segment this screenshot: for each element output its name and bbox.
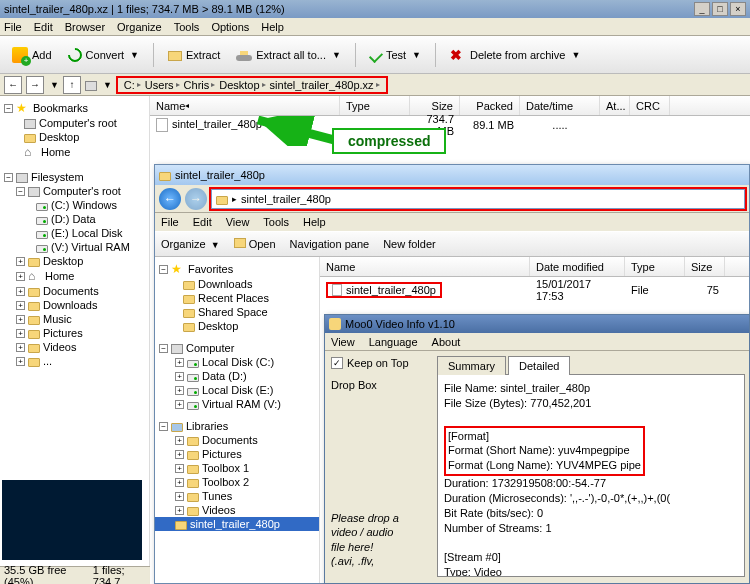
status-files: 1 files; 734.7 <box>93 564 146 585</box>
delete-button[interactable]: ✖Delete from archive▼ <box>444 43 586 67</box>
organize-button[interactable]: Organize ▼ <box>161 238 220 250</box>
menu-tools[interactable]: Tools <box>174 21 200 33</box>
crumb-users[interactable]: Users▸ <box>145 79 180 91</box>
exp-menu-edit[interactable]: Edit <box>193 216 212 228</box>
open-button[interactable]: Open <box>234 238 276 250</box>
exp-menu-view[interactable]: View <box>226 216 250 228</box>
forward-button[interactable]: → <box>185 188 207 210</box>
col-name[interactable]: Name <box>320 257 530 276</box>
test-button[interactable]: Test▼ <box>364 45 427 65</box>
file-row[interactable]: sintel_trailer_480p 734.7 MB 89.1 MB ...… <box>150 116 750 134</box>
back-button[interactable]: ← <box>159 188 181 210</box>
extract-button[interactable]: Extract <box>162 44 226 65</box>
moo-menu-about[interactable]: About <box>432 336 461 348</box>
tree-ltunes[interactable]: +Tunes <box>155 489 319 503</box>
menu-options[interactable]: Options <box>211 21 249 33</box>
tab-detailed[interactable]: Detailed <box>508 356 570 375</box>
tree-ddata[interactable]: (D:) Data <box>0 212 149 226</box>
tree-cwin[interactable]: (C:) Windows <box>0 198 149 212</box>
col-size[interactable]: Size <box>685 257 725 276</box>
computer-icon[interactable] <box>85 81 97 91</box>
tree-recent[interactable]: Recent Places <box>155 291 319 305</box>
tree-libraries[interactable]: −Libraries <box>155 419 319 433</box>
tree-tdesktop[interactable]: Desktop <box>155 319 319 333</box>
menu-organize[interactable]: Organize <box>117 21 162 33</box>
tree-documents[interactable]: +Documents <box>0 284 149 298</box>
tree-tb1[interactable]: +Toolbox 1 <box>155 461 319 475</box>
menu-file[interactable]: File <box>4 21 22 33</box>
menu-browser[interactable]: Browser <box>65 21 105 33</box>
tree-tb2[interactable]: +Toolbox 2 <box>155 475 319 489</box>
chevron-down-icon[interactable]: ▼ <box>103 80 112 90</box>
tree-comproot2[interactable]: −Computer's root <box>0 184 149 198</box>
moo-info-text[interactable]: File Name: sintel_trailer_480p File Size… <box>437 375 745 577</box>
extract-all-button[interactable]: Extract all to...▼ <box>230 45 347 65</box>
tree-ldocs[interactable]: +Documents <box>155 433 319 447</box>
col-type[interactable]: Type <box>340 96 410 115</box>
crumb-c[interactable]: C:▸ <box>124 79 141 91</box>
tree-favorites[interactable]: −★Favorites <box>155 261 319 277</box>
col-name[interactable]: Name ◂ <box>150 96 340 115</box>
tree-videos[interactable]: +Videos <box>0 340 149 354</box>
tree-computer[interactable]: −Computer <box>155 341 319 355</box>
col-date[interactable]: Date modified <box>530 257 625 276</box>
tab-summary[interactable]: Summary <box>437 356 506 375</box>
forward-button[interactable]: → <box>26 76 44 94</box>
navpane-button[interactable]: Navigation pane <box>290 238 370 250</box>
explorer-path[interactable]: ▸ sintel_trailer_480p <box>211 189 745 209</box>
tree-ldc[interactable]: +Local Disk (C:) <box>155 355 319 369</box>
drop-box[interactable] <box>331 401 427 501</box>
maximize-button[interactable]: □ <box>712 2 728 16</box>
add-icon <box>12 47 28 63</box>
explorer-file-size: 75 <box>685 284 725 296</box>
tree-music[interactable]: +Music <box>0 312 149 326</box>
tree-desktop2[interactable]: +Desktop <box>0 254 149 268</box>
explorer-file-row[interactable]: sintel_trailer_480p 15/01/2017 17:53 Fil… <box>320 281 749 299</box>
chevron-down-icon[interactable]: ▼ <box>50 80 59 90</box>
exp-menu-help[interactable]: Help <box>303 216 326 228</box>
crumb-desktop[interactable]: Desktop▸ <box>219 79 265 91</box>
tree-comproot[interactable]: Computer's root <box>0 116 149 130</box>
tree-pictures[interactable]: +Pictures <box>0 326 149 340</box>
tree-selected[interactable]: sintel_trailer_480p <box>155 517 319 531</box>
col-at[interactable]: At... <box>600 96 630 115</box>
add-button[interactable]: Add <box>6 43 58 67</box>
crumb-chris[interactable]: Chris▸ <box>184 79 216 91</box>
up-button[interactable]: ↑ <box>63 76 81 94</box>
tree-dd[interactable]: +Data (D:) <box>155 369 319 383</box>
tree-downloads[interactable]: Downloads <box>155 277 319 291</box>
moo-menu-view[interactable]: View <box>331 336 355 348</box>
tree-home2[interactable]: +⌂Home <box>0 268 149 284</box>
exp-menu-file[interactable]: File <box>161 216 179 228</box>
exp-menu-tools[interactable]: Tools <box>263 216 289 228</box>
col-crc[interactable]: CRC <box>630 96 670 115</box>
tree-bookmarks[interactable]: −★Bookmarks <box>0 100 149 116</box>
tree-lpics[interactable]: +Pictures <box>155 447 319 461</box>
moo-titlebar[interactable]: Moo0 Video Info v1.10 <box>325 315 749 333</box>
col-type[interactable]: Type <box>625 257 685 276</box>
moo-menu-language[interactable]: Language <box>369 336 418 348</box>
close-button[interactable]: × <box>730 2 746 16</box>
convert-button[interactable]: Convert▼ <box>62 44 145 66</box>
col-packed[interactable]: Packed <box>460 96 520 115</box>
tree-home[interactable]: ⌂Home <box>0 144 149 160</box>
tree-filesystem[interactable]: −Filesystem <box>0 170 149 184</box>
back-button[interactable]: ← <box>4 76 22 94</box>
tree-shared[interactable]: Shared Space <box>155 305 319 319</box>
newfolder-button[interactable]: New folder <box>383 238 436 250</box>
crumb-file[interactable]: sintel_trailer_480p.xz▸ <box>270 79 380 91</box>
tree-vrv[interactable]: +Virtual RAM (V:) <box>155 397 319 411</box>
tree-desktop[interactable]: Desktop <box>0 130 149 144</box>
tree-vram[interactable]: (V:) Virtual RAM <box>0 240 149 254</box>
tree-more[interactable]: +... <box>0 354 149 368</box>
menu-help[interactable]: Help <box>261 21 284 33</box>
explorer-titlebar[interactable]: sintel_trailer_480p <box>155 165 749 185</box>
tree-elocal[interactable]: (E:) Local Disk <box>0 226 149 240</box>
tree-lvids[interactable]: +Videos <box>155 503 319 517</box>
tree-downloads[interactable]: +Downloads <box>0 298 149 312</box>
tree-lde[interactable]: +Local Disk (E:) <box>155 383 319 397</box>
menu-edit[interactable]: Edit <box>34 21 53 33</box>
col-datetime[interactable]: Date/time <box>520 96 600 115</box>
keep-on-top-checkbox[interactable]: ✓Keep on Top <box>331 357 427 369</box>
minimize-button[interactable]: _ <box>694 2 710 16</box>
